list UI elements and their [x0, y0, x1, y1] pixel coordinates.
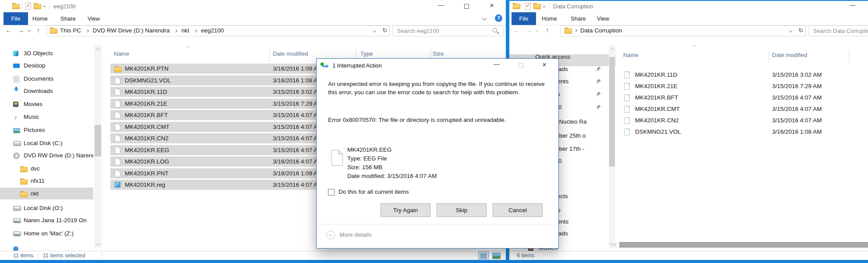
- column-divider[interactable]: [769, 50, 769, 62]
- column-header-date[interactable]: Date modified: [273, 50, 308, 57]
- refresh-icon[interactable]: ↻: [798, 27, 804, 34]
- disk-icon: [13, 141, 21, 146]
- close-button[interactable]: ×: [490, 1, 494, 10]
- dialog-maximize-button[interactable]: [519, 63, 523, 68]
- network-drive-icon: [13, 231, 21, 236]
- sidebar-item-network[interactable]: [13, 244, 93, 251]
- up-icon[interactable]: ↑: [37, 26, 40, 34]
- forward-icon[interactable]: →: [18, 26, 24, 34]
- thumbnail-view-button[interactable]: [491, 252, 501, 259]
- sort-ascending-icon: [187, 46, 190, 49]
- search-input[interactable]: Search eeg2100: [392, 25, 504, 36]
- dialog-message: An unexpected error is keeping you from …: [328, 80, 545, 96]
- breadcrumb-nkt[interactable]: nkt: [181, 27, 189, 34]
- sidebar-item-home-mac[interactable]: Home on 'Mac' (Z:): [13, 228, 93, 239]
- search-placeholder: Search eeg2100: [397, 26, 439, 36]
- right-statusbar: 6 items: [509, 251, 868, 260]
- table-row[interactable]: MK4201KR.BFT3/15/2016 4:07 AM: [620, 93, 865, 103]
- horizontal-scrollbar[interactable]: [612, 242, 868, 249]
- recent-locations-chevron-icon[interactable]: [28, 29, 31, 32]
- tab-share[interactable]: Share: [60, 12, 76, 25]
- dialog-close-button[interactable]: ×: [542, 60, 547, 69]
- refresh-icon[interactable]: ↻: [382, 27, 388, 34]
- customize-toolbar-chevron-icon[interactable]: [43, 4, 46, 7]
- sidebar-scrollbar[interactable]: [609, 45, 615, 248]
- file-icon: [331, 149, 343, 166]
- help-icon[interactable]: ?: [495, 14, 502, 22]
- breadcrumb-eeg2100[interactable]: eeg2100: [201, 27, 224, 34]
- properties-quick-icon[interactable]: ✓: [25, 3, 31, 10]
- file-icon: [624, 83, 630, 90]
- list-lines-icon: [480, 254, 487, 255]
- address-dropdown-chevron-icon[interactable]: [373, 29, 376, 32]
- address-dropdown-chevron-icon[interactable]: [789, 29, 792, 32]
- sidebar-item-local-disk-o[interactable]: Local Disk (O:): [13, 203, 93, 213]
- column-header-date[interactable]: Date modified: [772, 52, 807, 58]
- file-icon: [115, 112, 120, 119]
- item-count: 6 items: [517, 252, 534, 259]
- column-header-name[interactable]: Name: [623, 52, 639, 58]
- table-row[interactable]: MK4201KR.11D3/15/2016 3:02 AM: [620, 70, 865, 80]
- sidebar-item-music[interactable]: ♪Music: [13, 112, 93, 122]
- minimize-button[interactable]: —: [850, 2, 856, 8]
- address-bar[interactable]: This PC DVD RW Drive (D:) Narendra nkt e…: [46, 25, 390, 36]
- sidebar-scrollbar[interactable]: [94, 45, 102, 248]
- table-row[interactable]: MK4201KR.CMT3/15/2016 4:07 AM: [620, 104, 865, 114]
- scrollbar-thumb[interactable]: [609, 57, 615, 167]
- scrollbar-thumb[interactable]: [619, 242, 868, 248]
- breadcrumb-drive[interactable]: DVD RW Drive (D:) Narendra: [93, 27, 170, 34]
- table-row[interactable]: MK4201KR.CN23/15/2016 4:07 AM: [620, 116, 865, 125]
- sidebar-item-movies[interactable]: Movies: [13, 99, 93, 110]
- file-icon: [624, 71, 630, 78]
- new-folder-quick-icon[interactable]: [34, 4, 41, 9]
- column-header-type[interactable]: Type: [360, 50, 373, 57]
- scrollbar-thumb[interactable]: [95, 125, 101, 156]
- registry-file-icon: [115, 182, 120, 188]
- column-divider[interactable]: [269, 49, 270, 61]
- try-again-button[interactable]: Try Again: [381, 203, 430, 217]
- column-divider[interactable]: [849, 50, 849, 62]
- tab-view[interactable]: View: [88, 12, 100, 25]
- search-input[interactable]: Search Data Corruption: [808, 25, 868, 36]
- back-icon[interactable]: ←: [5, 26, 12, 34]
- dialog-minimize-button[interactable]: —: [494, 61, 500, 68]
- explorer-window-right: ✓ Data Corruption — File Home Share View…: [509, 0, 868, 260]
- sidebar-item-nfx11[interactable]: nfx11: [20, 176, 93, 186]
- column-header-name[interactable]: Name: [114, 50, 129, 57]
- column-header-size[interactable]: Size: [433, 50, 444, 57]
- pin-icon: [596, 66, 601, 72]
- sidebar-item-nkt[interactable]: nkt: [20, 188, 93, 199]
- scroll-down-icon[interactable]: [95, 241, 100, 245]
- sidebar-item-dvd-drive[interactable]: DVD RW Drive (D:) Narendra: [13, 150, 93, 161]
- do-for-all-checkbox[interactable]: [328, 189, 335, 195]
- skip-button[interactable]: Skip: [437, 203, 487, 217]
- sidebar-item-naren-jana-drive[interactable]: Naren Jana 11-2019 On: [13, 215, 93, 226]
- minimize-button[interactable]: —: [438, 2, 444, 8]
- breadcrumb-chevron-icon: [174, 29, 177, 32]
- sidebar-item-dvc[interactable]: dvc: [20, 163, 93, 174]
- more-details-toggle[interactable]: More details: [339, 231, 372, 238]
- file-icon: [115, 89, 120, 96]
- left-ribbon: File Home Share View ?: [0, 12, 506, 25]
- minimize-ribbon-chevron-icon[interactable]: [482, 15, 487, 20]
- sidebar-item-downloads[interactable]: Downloads: [13, 86, 93, 96]
- right-file-list: MK4201KR.11D3/15/2016 3:02 AM MK4201KR.2…: [620, 70, 865, 139]
- desktop: ✓ eeg2100 — × File Home Share View ? ← →…: [0, 0, 868, 263]
- interrupted-action-dialog: 1 Interrupted Action — × An unexpected e…: [316, 58, 559, 249]
- tab-file[interactable]: File: [4, 12, 28, 25]
- table-row[interactable]: DSKMNG21.VOL3/16/2016 1:08 AM: [620, 127, 865, 137]
- more-details-chevron-icon[interactable]: [326, 231, 335, 239]
- sidebar-item-local-disk-c[interactable]: Local Disk (C:): [13, 138, 93, 149]
- taskbar-edge[interactable]: [0, 260, 868, 263]
- sidebar-item-pictures[interactable]: Pictures: [13, 125, 93, 135]
- file-icon: [115, 124, 120, 131]
- cancel-button[interactable]: Cancel: [493, 203, 543, 217]
- tab-home[interactable]: Home: [32, 12, 48, 25]
- details-view-button[interactable]: [478, 252, 489, 259]
- scroll-left-icon[interactable]: [614, 242, 619, 247]
- table-row[interactable]: MK4201KR.21E3/15/2016 7:29 AM: [620, 82, 865, 91]
- sidebar-item-documents[interactable]: Documents: [13, 74, 93, 84]
- breadcrumb-this-pc[interactable]: This PC: [60, 27, 81, 34]
- maximize-button[interactable]: [464, 4, 469, 9]
- dialog-file-info: MK4201KR.EEG Type: EEG File Size: 156 MB…: [347, 146, 437, 181]
